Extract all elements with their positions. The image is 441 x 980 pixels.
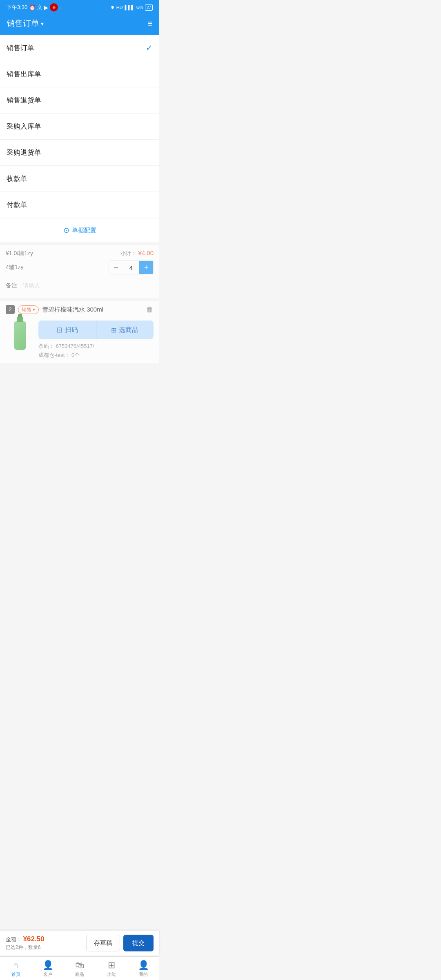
scan-select-overlay: ⊡ 扫码 ⊞ 选商品 bbox=[38, 321, 154, 339]
signal-icon: HD bbox=[116, 5, 123, 10]
status-time: 下午3:30 ⏰ 文 ▶ ⊕ · bbox=[7, 3, 61, 11]
chevron-down-icon: ▾ bbox=[41, 20, 44, 27]
product-body: ⊡ 扫码 ⊞ 选商品 条码： 6753476/45517/ 成都仓-test： … bbox=[6, 317, 154, 359]
dropdown-menu: 销售订单 ✓ 销售出库单 销售退货单 采购入库单 采购退货单 收款单 付款单 ⊙… bbox=[0, 35, 159, 242]
price-row: ¥1.0/辅1zy 小计： ¥4.00 bbox=[6, 249, 154, 257]
qty-increase-button[interactable]: + bbox=[139, 261, 153, 274]
scan-button[interactable]: ⊡ 扫码 bbox=[38, 321, 96, 339]
product-card-2: 2 销售 ▾ 雪碧柠檬味汽水 300ml 🗑 ⊡ 扫码 ⊞ bbox=[0, 301, 159, 363]
check-icon: ✓ bbox=[146, 43, 153, 53]
dropdown-item-4[interactable]: 采购退货单 bbox=[0, 140, 159, 166]
dropdown-item-3[interactable]: 采购入库单 bbox=[0, 114, 159, 140]
dropdown-item-6[interactable]: 付款单 bbox=[0, 192, 159, 218]
battery-icon: 27 bbox=[145, 4, 153, 11]
dropdown-item-1[interactable]: 销售出库单 bbox=[0, 61, 159, 87]
qty-row: 4辅1zy − 4 + bbox=[6, 261, 154, 274]
status-icons: ✱ HD ▌▌▌ wifi 27 bbox=[111, 4, 153, 11]
header-title[interactable]: 销售订单 ▾ bbox=[7, 18, 44, 29]
doc-config-button[interactable]: ⊙ 单据配置 bbox=[0, 218, 159, 242]
app-header: 销售订单 ▾ ≡ bbox=[0, 14, 159, 35]
signal-bars-icon: ▌▌▌ bbox=[125, 5, 134, 10]
plus-icon: ⊞ bbox=[111, 326, 116, 334]
qty-decrease-button[interactable]: − bbox=[109, 261, 123, 274]
product-details: ⊡ 扫码 ⊞ 选商品 条码： 6753476/45517/ 成都仓-test： … bbox=[38, 317, 154, 359]
dropdown-item-5[interactable]: 收款单 bbox=[0, 166, 159, 192]
status-bar: 下午3:30 ⏰ 文 ▶ ⊕ · ✱ HD ▌▌▌ wifi 27 bbox=[0, 0, 159, 14]
wifi-icon: wifi bbox=[136, 5, 143, 10]
qty-value: 4 bbox=[123, 263, 139, 273]
sale-tag[interactable]: 销售 ▾ bbox=[18, 305, 39, 314]
chevron-down-icon: ▾ bbox=[33, 307, 35, 312]
subtotal: 小计： ¥4.00 bbox=[120, 249, 154, 257]
select-product-button[interactable]: ⊞ 选商品 bbox=[96, 321, 154, 339]
scan-icon: ⊡ bbox=[56, 325, 62, 334]
item-number: 2 bbox=[6, 305, 15, 314]
delete-icon[interactable]: 🗑 bbox=[146, 305, 154, 314]
bluetooth-icon: ✱ bbox=[111, 5, 114, 10]
product-stock: 成都仓-test： 0个 bbox=[38, 352, 154, 359]
product-image bbox=[6, 317, 34, 350]
bottle-illustration bbox=[14, 321, 26, 350]
remark-row: 备注 请输入 bbox=[6, 278, 154, 294]
gear-icon: ⊙ bbox=[63, 226, 69, 235]
product-header: 2 销售 ▾ 雪碧柠檬味汽水 300ml 🗑 bbox=[6, 305, 154, 314]
order-item-1: ¥1.0/辅1zy 小计： ¥4.00 4辅1zy − 4 + 备注 请输入 bbox=[0, 245, 159, 298]
background-content: ¥1.0/辅1zy 小计： ¥4.00 4辅1zy − 4 + 备注 请输入 2… bbox=[0, 245, 159, 396]
quantity-control: − 4 + bbox=[109, 261, 154, 274]
dropdown-item-0[interactable]: 销售订单 ✓ bbox=[0, 35, 159, 61]
menu-button[interactable]: ≡ bbox=[147, 19, 153, 28]
dropdown-item-2[interactable]: 销售退货单 bbox=[0, 87, 159, 114]
product-sku: 条码： 6753476/45517/ bbox=[38, 343, 154, 350]
